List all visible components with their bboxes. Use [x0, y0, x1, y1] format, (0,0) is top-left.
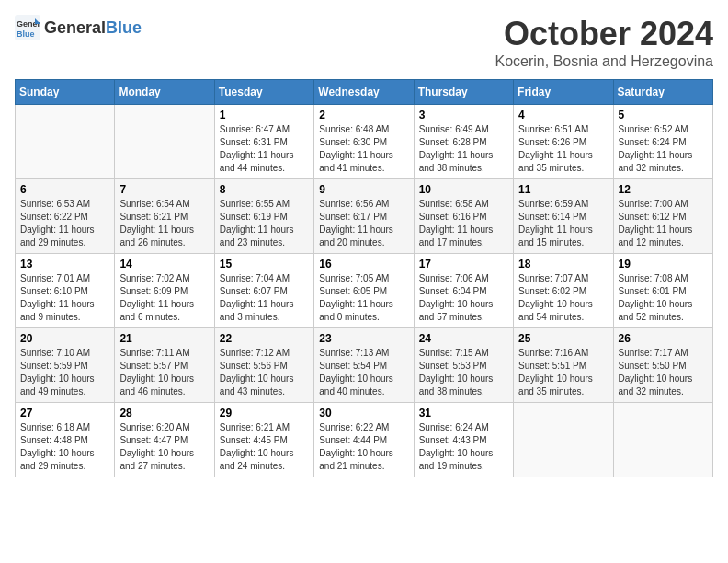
day-info: Sunrise: 7:08 AMSunset: 6:01 PMDaylight:…	[619, 272, 708, 324]
calendar-cell: 2Sunrise: 6:48 AMSunset: 6:30 PMDaylight…	[314, 105, 414, 179]
calendar-cell	[115, 105, 214, 179]
calendar-cell: 9Sunrise: 6:56 AMSunset: 6:17 PMDaylight…	[314, 179, 414, 254]
calendar-cell: 11Sunrise: 6:59 AMSunset: 6:14 PMDayligh…	[514, 179, 613, 254]
calendar-cell: 20Sunrise: 7:10 AMSunset: 5:59 PMDayligh…	[16, 328, 115, 403]
day-number: 26	[619, 332, 708, 345]
day-info: Sunrise: 7:15 AMSunset: 5:53 PMDaylight:…	[419, 347, 508, 398]
weekday-header-saturday: Saturday	[613, 80, 712, 105]
day-info: Sunrise: 6:20 AMSunset: 4:47 PMDaylight:…	[119, 421, 209, 473]
calendar-cell: 12Sunrise: 7:00 AMSunset: 6:12 PMDayligh…	[613, 179, 712, 254]
location-title: Kocerin, Bosnia and Herzegovina	[495, 53, 713, 70]
day-info: Sunrise: 6:22 AMSunset: 4:44 PMDaylight:…	[319, 421, 408, 473]
day-number: 3	[419, 109, 508, 121]
calendar-cell: 10Sunrise: 6:58 AMSunset: 6:16 PMDayligh…	[414, 179, 513, 254]
calendar-cell: 7Sunrise: 6:54 AMSunset: 6:21 PMDaylight…	[115, 179, 214, 254]
logo-blue: Blue	[106, 18, 142, 38]
day-number: 21	[119, 332, 209, 345]
calendar-cell: 5Sunrise: 6:52 AMSunset: 6:24 PMDaylight…	[613, 105, 712, 179]
calendar-cell: 16Sunrise: 7:05 AMSunset: 6:05 PMDayligh…	[314, 254, 414, 328]
logo-general: General	[44, 18, 106, 38]
calendar-cell: 21Sunrise: 7:11 AMSunset: 5:57 PMDayligh…	[115, 328, 214, 403]
day-info: Sunrise: 6:52 AMSunset: 6:24 PMDaylight:…	[619, 123, 708, 175]
day-number: 8	[220, 183, 309, 196]
calendar-cell	[613, 403, 712, 477]
day-info: Sunrise: 7:05 AMSunset: 6:05 PMDaylight:…	[319, 272, 408, 324]
day-number: 25	[518, 332, 608, 345]
calendar-cell: 22Sunrise: 7:12 AMSunset: 5:56 PMDayligh…	[214, 328, 313, 403]
day-info: Sunrise: 6:49 AMSunset: 6:28 PMDaylight:…	[419, 123, 508, 175]
day-info: Sunrise: 6:54 AMSunset: 6:21 PMDaylight:…	[119, 198, 209, 249]
day-number: 19	[619, 258, 708, 270]
calendar-cell: 6Sunrise: 6:53 AMSunset: 6:22 PMDaylight…	[16, 179, 115, 254]
weekday-header-friday: Friday	[514, 80, 613, 105]
day-info: Sunrise: 6:53 AMSunset: 6:22 PMDaylight:…	[20, 198, 109, 249]
calendar-cell: 3Sunrise: 6:49 AMSunset: 6:28 PMDaylight…	[414, 105, 513, 179]
day-number: 28	[119, 407, 209, 419]
month-title: October 2024	[495, 15, 713, 53]
day-number: 18	[518, 258, 608, 270]
weekday-header-wednesday: Wednesday	[314, 80, 414, 105]
weekday-header-tuesday: Tuesday	[214, 80, 313, 105]
weekday-header-monday: Monday	[115, 80, 214, 105]
logo-icon: General Blue	[15, 15, 40, 40]
day-number: 30	[319, 407, 408, 419]
day-info: Sunrise: 7:01 AMSunset: 6:10 PMDaylight:…	[20, 272, 109, 324]
calendar-cell: 8Sunrise: 6:55 AMSunset: 6:19 PMDaylight…	[214, 179, 313, 254]
day-number: 14	[119, 258, 209, 270]
calendar-cell: 25Sunrise: 7:16 AMSunset: 5:51 PMDayligh…	[514, 328, 613, 403]
calendar-cell	[16, 105, 115, 179]
calendar-cell: 17Sunrise: 7:06 AMSunset: 6:04 PMDayligh…	[414, 254, 513, 328]
calendar-cell: 18Sunrise: 7:07 AMSunset: 6:02 PMDayligh…	[514, 254, 613, 328]
calendar-cell: 14Sunrise: 7:02 AMSunset: 6:09 PMDayligh…	[115, 254, 214, 328]
day-info: Sunrise: 6:58 AMSunset: 6:16 PMDaylight:…	[419, 198, 508, 249]
day-number: 2	[319, 109, 408, 121]
day-number: 7	[119, 183, 209, 196]
calendar-cell: 27Sunrise: 6:18 AMSunset: 4:48 PMDayligh…	[16, 403, 115, 477]
day-info: Sunrise: 7:07 AMSunset: 6:02 PMDaylight:…	[518, 272, 608, 324]
day-number: 4	[518, 109, 608, 121]
day-info: Sunrise: 7:11 AMSunset: 5:57 PMDaylight:…	[119, 347, 209, 398]
calendar-cell: 4Sunrise: 6:51 AMSunset: 6:26 PMDaylight…	[514, 105, 613, 179]
day-info: Sunrise: 6:56 AMSunset: 6:17 PMDaylight:…	[319, 198, 408, 249]
day-info: Sunrise: 7:02 AMSunset: 6:09 PMDaylight:…	[119, 272, 209, 324]
day-number: 23	[319, 332, 408, 345]
day-info: Sunrise: 7:12 AMSunset: 5:56 PMDaylight:…	[220, 347, 309, 398]
weekday-header-thursday: Thursday	[414, 80, 513, 105]
weekday-header-sunday: Sunday	[16, 80, 115, 105]
calendar-cell: 31Sunrise: 6:24 AMSunset: 4:43 PMDayligh…	[414, 403, 513, 477]
day-info: Sunrise: 7:10 AMSunset: 5:59 PMDaylight:…	[20, 347, 109, 398]
day-info: Sunrise: 7:13 AMSunset: 5:54 PMDaylight:…	[319, 347, 408, 398]
calendar-cell: 26Sunrise: 7:17 AMSunset: 5:50 PMDayligh…	[613, 328, 712, 403]
day-info: Sunrise: 6:51 AMSunset: 6:26 PMDaylight:…	[518, 123, 608, 175]
day-number: 1	[220, 109, 309, 121]
calendar-cell: 19Sunrise: 7:08 AMSunset: 6:01 PMDayligh…	[613, 254, 712, 328]
day-number: 12	[619, 183, 708, 196]
day-info: Sunrise: 6:21 AMSunset: 4:45 PMDaylight:…	[220, 421, 309, 473]
day-number: 9	[319, 183, 408, 196]
day-number: 11	[518, 183, 608, 196]
calendar-cell: 23Sunrise: 7:13 AMSunset: 5:54 PMDayligh…	[314, 328, 414, 403]
day-number: 24	[419, 332, 508, 345]
title-block: October 2024 Kocerin, Bosnia and Herzego…	[495, 15, 713, 70]
calendar-cell: 15Sunrise: 7:04 AMSunset: 6:07 PMDayligh…	[214, 254, 313, 328]
day-info: Sunrise: 7:17 AMSunset: 5:50 PMDaylight:…	[619, 347, 708, 398]
calendar-table: SundayMondayTuesdayWednesdayThursdayFrid…	[15, 79, 713, 477]
calendar-cell: 13Sunrise: 7:01 AMSunset: 6:10 PMDayligh…	[16, 254, 115, 328]
day-info: Sunrise: 6:48 AMSunset: 6:30 PMDaylight:…	[319, 123, 408, 175]
logo: General Blue GeneralBlue	[15, 15, 142, 40]
calendar-cell	[514, 403, 613, 477]
calendar-cell: 29Sunrise: 6:21 AMSunset: 4:45 PMDayligh…	[214, 403, 313, 477]
svg-text:Blue: Blue	[17, 29, 35, 39]
day-info: Sunrise: 7:06 AMSunset: 6:04 PMDaylight:…	[419, 272, 508, 324]
day-number: 16	[319, 258, 408, 270]
day-number: 22	[220, 332, 309, 345]
day-number: 10	[419, 183, 508, 196]
calendar-cell: 24Sunrise: 7:15 AMSunset: 5:53 PMDayligh…	[414, 328, 513, 403]
day-info: Sunrise: 6:18 AMSunset: 4:48 PMDaylight:…	[20, 421, 109, 473]
day-number: 13	[20, 258, 109, 270]
day-info: Sunrise: 6:55 AMSunset: 6:19 PMDaylight:…	[220, 198, 309, 249]
day-info: Sunrise: 7:00 AMSunset: 6:12 PMDaylight:…	[619, 198, 708, 249]
day-number: 6	[20, 183, 109, 196]
day-number: 20	[20, 332, 109, 345]
calendar-cell: 30Sunrise: 6:22 AMSunset: 4:44 PMDayligh…	[314, 403, 414, 477]
